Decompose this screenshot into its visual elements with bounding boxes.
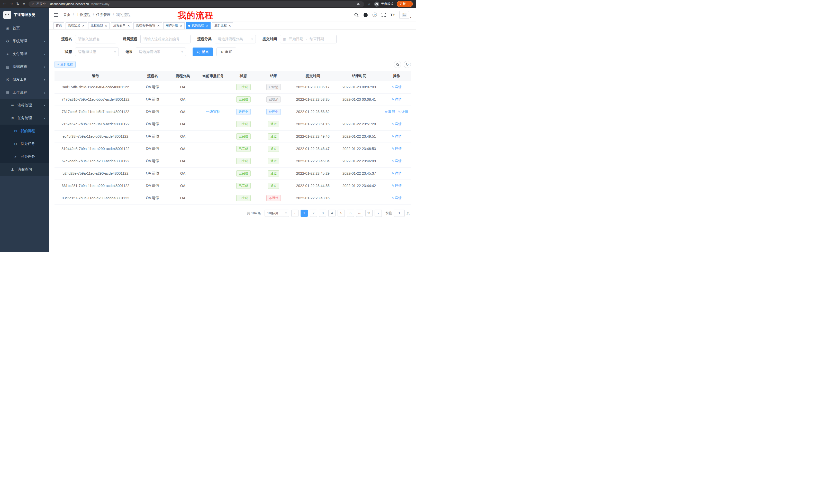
column-header-4: 状态 — [229, 71, 258, 81]
address-bar[interactable]: ⚠ 不安全 dashboard.yudao.iocoder.cn/bpm/tas… — [29, 1, 364, 7]
close-icon[interactable]: × — [228, 24, 231, 27]
detail-link[interactable]: ✎详情 — [398, 109, 408, 114]
gear-icon: ⚙ — [5, 39, 10, 43]
process-name-input[interactable] — [75, 35, 116, 44]
tab-7[interactable]: 发起流程× — [212, 22, 233, 29]
goto-page-input[interactable] — [394, 209, 405, 217]
page-button-3[interactable]: 3 — [319, 209, 326, 217]
key-icon[interactable] — [357, 2, 361, 6]
sidebar-item-11[interactable]: ♟请假查询 — [0, 163, 49, 176]
sidebar-item-9[interactable]: ⊙待办任务 — [0, 137, 49, 150]
toggle-search-button[interactable] — [394, 61, 401, 68]
back-icon[interactable]: ← — [3, 2, 6, 6]
app-logo[interactable]: 芋道管理系统 — [0, 8, 49, 22]
page-button-11[interactable]: 11 — [365, 209, 372, 217]
user-avatar[interactable]: ▾ — [399, 11, 411, 19]
home-icon[interactable]: ⌂ — [23, 2, 25, 6]
sidebar-toggle-icon[interactable] — [54, 13, 59, 17]
actions-cell: ✎详情 — [382, 118, 411, 130]
detail-link[interactable]: ✎详情 — [392, 171, 401, 176]
result-label: 结果 — [126, 50, 136, 54]
status-select[interactable]: 请选择状态 ▾ — [75, 48, 119, 56]
detail-link[interactable]: ✎详情 — [392, 122, 401, 127]
reload-icon[interactable]: ↻ — [16, 2, 20, 6]
chevron-down-icon: ▾ — [251, 37, 253, 41]
tab-5[interactable]: 用户分组× — [163, 22, 185, 29]
breadcrumb-item[interactable]: 工作流程 — [76, 12, 90, 17]
sidebar-item-label: 待办任务 — [21, 142, 45, 146]
detail-link[interactable]: ✎详情 — [392, 134, 401, 139]
tab-6[interactable]: 我的流程× — [186, 22, 211, 29]
update-button[interactable]: 更新 ⋮ — [397, 1, 413, 7]
category-label: 流程分类 — [197, 37, 215, 41]
bookmark-star-icon[interactable]: ☆ — [367, 2, 371, 6]
sidebar-item-8[interactable]: ✉我的流程 — [0, 124, 49, 137]
result-badge: 已取消 — [266, 84, 281, 90]
detail-link[interactable]: ✎详情 — [392, 159, 401, 163]
page-button-5[interactable]: 5 — [338, 209, 345, 217]
current-task-cell — [197, 167, 229, 179]
tab-1[interactable]: 流程定义× — [66, 22, 87, 29]
help-icon[interactable]: ? — [372, 12, 377, 17]
detail-link[interactable]: ✎详情 — [392, 97, 401, 102]
page-button-1[interactable]: 1 — [301, 209, 308, 217]
detail-link[interactable]: ✎详情 — [392, 196, 401, 200]
close-icon[interactable]: × — [82, 24, 85, 27]
reset-button[interactable]: ↻ 重置 — [216, 48, 236, 56]
current-task-link[interactable]: 一级审批 — [206, 109, 220, 114]
category-select[interactable]: 请选择流程分类 ▾ — [215, 35, 256, 44]
close-icon[interactable]: × — [105, 24, 107, 27]
page-size-select[interactable]: 10条/页 ▾ — [265, 209, 289, 217]
breadcrumb-item[interactable]: 首页 — [63, 12, 71, 17]
tab-4[interactable]: 流程表单-编辑× — [133, 22, 162, 29]
detail-link[interactable]: ✎详情 — [392, 146, 401, 151]
search-button[interactable]: 搜索 — [192, 48, 213, 56]
close-icon[interactable]: × — [180, 24, 182, 27]
page-button-4[interactable]: 4 — [328, 209, 336, 217]
sidebar-item-3[interactable]: ▤基础设施▾ — [0, 60, 49, 73]
result-select[interactable]: 请选择流结果 ▾ — [136, 48, 186, 56]
sidebar-item-1[interactable]: ⚙系统管理▾ — [0, 35, 49, 48]
page-unit-label: 页 — [407, 211, 410, 216]
sidebar-item-4[interactable]: ⚒研发工具▾ — [0, 73, 49, 86]
result-cell: 通过 — [258, 118, 290, 130]
sidebar-item-2[interactable]: ¥支付管理▾ — [0, 48, 49, 60]
cancel-link[interactable]: ⊘取消 — [385, 109, 395, 114]
submit-time-range-picker[interactable]: ▦ 开始日期 - 结束日期 — [280, 35, 337, 44]
close-icon[interactable]: × — [157, 24, 160, 27]
prev-page-button[interactable]: ‹ — [291, 209, 298, 217]
sidebar-item-10[interactable]: ✔已办任务 — [0, 150, 49, 163]
sidebar-item-7[interactable]: ⚑任务管理▴ — [0, 112, 49, 124]
parent-process-input[interactable] — [140, 35, 190, 44]
next-page-button[interactable]: › — [374, 209, 382, 217]
search-icon[interactable] — [354, 12, 359, 17]
page-ellipsis[interactable]: ··· — [356, 209, 363, 217]
tab-2[interactable]: 流程模型× — [88, 22, 109, 29]
sidebar-item-0[interactable]: ◉首页 — [0, 22, 49, 35]
page-button-6[interactable]: 6 — [347, 209, 354, 217]
sidebar-item-6[interactable]: ≡流程管理▾ — [0, 99, 49, 112]
status-cell: 已完成 — [229, 130, 258, 143]
github-icon[interactable] — [363, 12, 368, 18]
page-button-2[interactable]: 2 — [310, 209, 317, 217]
security-label[interactable]: 不安全 — [36, 2, 46, 6]
detail-link[interactable]: ✎详情 — [392, 184, 401, 188]
url-domain: dashboard.yudao.iocoder.cn — [50, 2, 89, 6]
close-icon[interactable]: × — [206, 24, 208, 27]
refresh-table-button[interactable]: ↻ — [404, 61, 411, 68]
close-icon[interactable]: × — [127, 24, 130, 27]
sidebar-item-5[interactable]: ▦工作流程▴ — [0, 86, 49, 99]
chevron-down-icon: ▾ — [44, 53, 45, 55]
detail-link[interactable]: ✎详情 — [392, 85, 401, 89]
create-process-button[interactable]: + 发起流程 — [54, 61, 76, 68]
status-cell: 已完成 — [229, 93, 258, 106]
breadcrumb-item[interactable]: 任务管理 — [96, 12, 110, 17]
category-cell: OA — [169, 93, 197, 106]
tab-3[interactable]: 流程表单× — [111, 22, 132, 29]
fullscreen-icon[interactable] — [381, 12, 386, 17]
table-row: 03c6c157-7b9a-11ec-a290-acde48001122OA 请… — [54, 192, 411, 204]
page-size-value: 10条/页 — [267, 211, 279, 216]
forward-icon[interactable]: → — [10, 2, 13, 6]
font-size-icon[interactable]: TT — [390, 12, 395, 17]
tab-0[interactable]: 首页 — [53, 22, 64, 29]
